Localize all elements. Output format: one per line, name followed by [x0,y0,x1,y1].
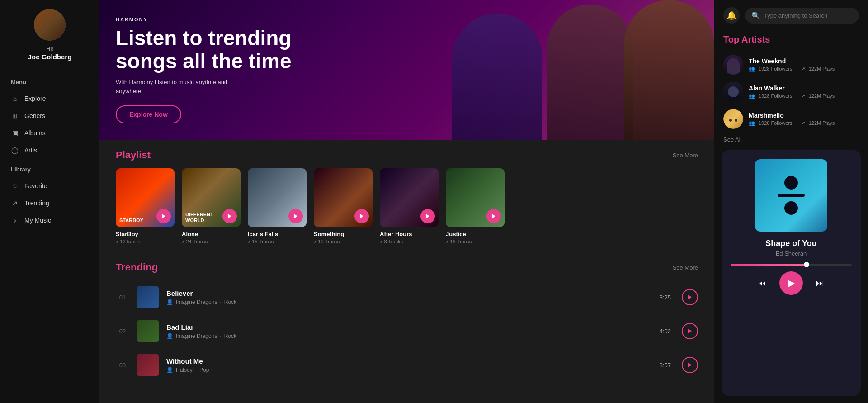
track-info-believer: Believer 👤 Imagine Dragons · Rock [166,289,652,305]
playlist-name-afterhours: After Hours [380,231,439,237]
artist-name-alanwalker: Alan Walker [749,85,835,92]
artist-item-marshmello[interactable]: Marshmello 👥 1928 Followers · ↗ 122M Pla… [722,105,861,133]
marshmello-face [723,109,743,129]
cover-label-alone: DIFFERENTWORLD [185,212,213,223]
player-artist-name: Ed Sheeran [776,250,807,257]
play-button-starboy[interactable] [156,209,171,223]
person-icon: 👤 [166,367,173,373]
artist-avatar-marshmello [723,109,743,129]
playlist-card-starboy[interactable]: STARBOY StarBoy ♪ 12 tracks [116,168,175,244]
play-button-believer[interactable] [682,289,698,305]
see-all-button[interactable]: See All [722,133,861,150]
track-title-withoutme: Without Me [166,357,652,365]
play-button-withoutme[interactable] [682,357,698,373]
playlist-tracks-icaris: ♪ 15 Tracks [248,239,307,244]
track-duration-withoutme: 3:57 [660,362,671,369]
play-button-afterhours[interactable] [420,209,435,223]
artist-info-weeknd: The Weeknd 👥 1928 Followers · ↗ 122M Pla… [749,57,835,72]
artist-name-weeknd: The Weeknd [749,57,835,65]
hero-banner: HARMONY Listen to trending songs all the… [99,0,714,140]
svg-marker-5 [492,214,495,219]
search-icon: 🔍 [751,11,760,20]
play-button-icaris[interactable] [288,209,303,223]
artist-avatar-alanwalker [723,82,743,102]
playlist-card-alone[interactable]: DIFFERENTWORLD Alone ♪ 24 Tracks [182,168,241,244]
playlist-cover-justice [446,168,505,227]
explore-now-button[interactable]: Explore Now [116,105,181,123]
tag-icon: ⊞ [11,112,19,120]
svg-marker-7 [688,329,692,334]
hero-figures [345,0,714,140]
playlist-tracks-starboy: ♪ 12 tracks [116,239,175,244]
notification-button[interactable]: 🔔 [723,7,740,24]
person-icon: ◯ [11,146,19,154]
hero-subtitle: With Harmony Listen to music anytime and… [116,78,233,95]
next-button[interactable]: ⏭ [812,275,828,291]
svg-marker-2 [294,214,297,219]
playlist-name-alone: Alone [182,231,241,237]
playlist-card-icaris[interactable]: Icaris Falls ♪ 15 Tracks [248,168,307,244]
playlist-see-more[interactable]: See More [673,152,698,159]
playlist-name-justice: Justice [446,231,505,237]
svg-marker-4 [426,214,429,219]
sidebar: Hi! Joe Goldberg Menu ⌂ Explore ⊞ Geners… [0,0,99,403]
avatar [34,9,66,41]
trending-section: Trending See More 01 Believer 👤 Imagine … [99,252,714,387]
player-progress-bar[interactable] [731,264,852,266]
artist-info-marshmello: Marshmello 👥 1928 Followers · ↗ 122M Pla… [749,112,835,126]
play-button-justice[interactable] [486,209,501,223]
divide-dot-bottom [784,201,798,215]
play-pause-button[interactable]: ▶ [779,271,803,295]
top-bar: 🔔 🔍 [722,7,861,24]
sidebar-item-genres[interactable]: ⊞ Geners [0,107,99,124]
track-number-3: 03 [116,362,129,369]
artist-avatar-weeknd [723,55,743,75]
sidebar-item-favorite[interactable]: ♡ Favorite [0,177,99,194]
playlist-header: Playlist See More [116,149,698,161]
playlist-row: STARBOY StarBoy ♪ 12 tracks DIFFERENTWOR… [116,168,698,248]
artist-stats-marshmello: 👥 1928 Followers · ↗ 122M Plays [749,120,835,126]
track-number-1: 01 [116,294,129,301]
sidebar-item-trending[interactable]: ↗ Trending [0,194,99,212]
trending-row-believer: 01 Believer 👤 Imagine Dragons · Rock 3:2… [116,280,698,314]
play-button-something[interactable] [354,209,369,223]
library-label: Library [0,163,99,175]
cover-label-starboy: STARBOY [119,218,143,223]
playlist-card-something[interactable]: Something ♪ 10 Tracks [314,168,373,244]
search-input[interactable] [764,12,853,19]
top-artists-title: Top Artists [722,34,861,45]
artist-stats-weeknd: 👥 1928 Followers · ↗ 122M Plays [749,66,835,72]
album-art-decoration [755,159,827,232]
sidebar-item-artist[interactable]: ◯ Artist [0,142,99,159]
play-button-alone[interactable] [222,209,237,223]
figure-2 [547,5,633,140]
playlist-cover-something [314,168,373,227]
artist-item-alanwalker[interactable]: Alan Walker 👥 1928 Followers · ↗ 122M Pl… [722,78,861,105]
marshmello-eye-right [735,119,737,122]
sidebar-item-label: Artist [24,147,39,154]
figure-3 [624,0,714,140]
sidebar-item-mymusic[interactable]: ♪ My Music [0,212,99,229]
artist-item-weeknd[interactable]: The Weeknd 👥 1928 Followers · ↗ 122M Pla… [722,51,861,78]
main-content: HARMONY Listen to trending songs all the… [99,0,714,403]
track-number-2: 02 [116,328,129,335]
play-button-badliar[interactable] [682,323,698,339]
playlist-card-justice[interactable]: Justice ♪ 16 Tracks [446,168,505,244]
previous-button[interactable]: ⏮ [754,275,770,291]
player-song-title: Shape of You [765,239,816,248]
track-duration-believer: 3:25 [660,294,671,301]
plays-icon: ↗ [801,66,805,72]
trending-see-more[interactable]: See More [673,264,698,271]
home-icon: ⌂ [11,95,19,103]
playlist-tracks-afterhours: ♪ 8 Tracks [380,239,439,244]
music-note-icon: ♪ [248,239,250,244]
sidebar-item-explore[interactable]: ⌂ Explore [0,90,99,107]
trending-row-withoutme: 03 Without Me 👤 Halsey · Pop 3:57 [116,348,698,382]
player-controls: ⏮ ▶ ⏭ [754,271,828,295]
track-title-badliar: Bad Liar [166,323,652,331]
playlist-card-afterhours[interactable]: After Hours ♪ 8 Tracks [380,168,439,244]
sidebar-item-albums[interactable]: ▣ Albums [0,124,99,142]
svg-marker-6 [688,295,692,300]
sidebar-item-label: Explore [24,95,46,102]
sidebar-item-label: Geners [24,112,45,119]
